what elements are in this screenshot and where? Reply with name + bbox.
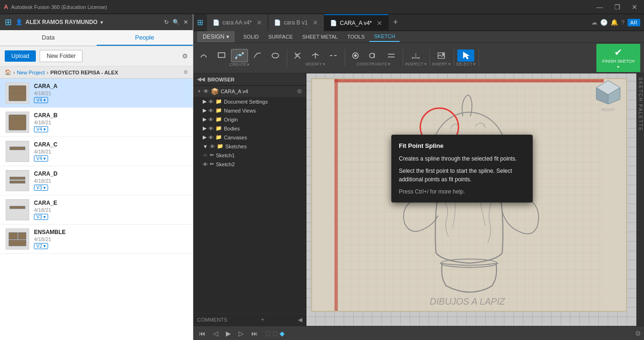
- list-item[interactable]: CARA_A 4/18/21 V4 ▾: [0, 79, 193, 108]
- frame-icon[interactable]: ⬚: [265, 330, 271, 337]
- list-item[interactable]: CARA_E 4/18/21 V3 ▾: [0, 195, 193, 225]
- last-frame-button[interactable]: ⏭: [248, 329, 261, 338]
- mode-surface[interactable]: SURFACE: [264, 32, 297, 41]
- list-item[interactable]: CARA_C 4/18/21 V4 ▾: [0, 137, 193, 166]
- refresh-icon[interactable]: ↻: [164, 19, 169, 25]
- mode-solid[interactable]: SOLID: [239, 32, 264, 41]
- mode-sheet-metal[interactable]: SHEET METAL: [297, 32, 342, 41]
- tab-people[interactable]: People: [97, 30, 193, 46]
- eye-icon[interactable]: 👁: [208, 135, 214, 140]
- close-button[interactable]: ✕: [629, 2, 640, 12]
- browser-item[interactable]: 👁 ✏ Sketch2: [193, 160, 306, 169]
- search-icon[interactable]: 🔍: [173, 19, 180, 25]
- first-frame-button[interactable]: ⏮: [196, 329, 208, 338]
- help-icon[interactable]: ?: [621, 19, 624, 26]
- prev-button[interactable]: ◁: [210, 329, 221, 338]
- list-item[interactable]: CARA_B 4/18/21 V4 ▾: [0, 108, 193, 137]
- browser-item[interactable]: ▶ 👁 📁 Document Settings: [193, 97, 306, 106]
- eye-icon[interactable]: 👁: [203, 162, 208, 167]
- tooltip-shortcut: Press Ctrl+/ for more help.: [399, 187, 525, 196]
- clock-icon[interactable]: 🕐: [600, 19, 608, 26]
- create-label[interactable]: CREATE ▾: [230, 62, 250, 67]
- eye-icon[interactable]: 👁: [210, 144, 215, 149]
- app-grid-icon[interactable]: ⊞: [193, 18, 207, 27]
- control-spline-button[interactable]: [249, 49, 266, 62]
- finish-sketch-button[interactable]: ✔ FINISH SKETCH ▾: [596, 44, 640, 72]
- orientation-cube[interactable]: [594, 78, 622, 106]
- browser-item[interactable]: ▶ 👁 📁 Canvases: [193, 133, 306, 142]
- folder-icon: 📁: [217, 143, 223, 149]
- browser-component-row[interactable]: ▼ 👁 📦 CARA_A v4 ⚙: [193, 86, 306, 97]
- coincident-button[interactable]: [347, 49, 364, 62]
- modify-label[interactable]: MODIFY ▾: [305, 62, 325, 66]
- browser-item[interactable]: ▼ 👁 📁 Sketches: [193, 142, 306, 151]
- break-tool-button[interactable]: [325, 49, 342, 62]
- tab-close-icon[interactable]: ✕: [313, 19, 318, 26]
- list-item[interactable]: CARA_D 4/18/21 V3 ▾: [0, 166, 193, 195]
- spline-tool-button[interactable]: [231, 49, 248, 62]
- bottom-bar: ⏮ ◁ ▶ ▷ ⏭ ⬚ ⬚ ◆ ⚙: [193, 326, 644, 340]
- home-icon[interactable]: 🏠: [5, 69, 11, 75]
- eye-icon[interactable]: 👁: [208, 117, 214, 122]
- bell-icon[interactable]: 🔔: [611, 19, 618, 26]
- tab-cara-b[interactable]: 📄 cara B v1 ✕: [268, 14, 324, 31]
- next-button[interactable]: ▷: [236, 329, 247, 338]
- browser-item[interactable]: ▶ 👁 📁 Origin: [193, 115, 306, 124]
- select-label[interactable]: SELECT ▾: [456, 62, 476, 66]
- design-button[interactable]: DESIGN ▾: [197, 31, 235, 42]
- collapse-icon[interactable]: ◀◀: [197, 76, 205, 82]
- tab-close-icon[interactable]: ✕: [256, 19, 262, 26]
- close-sidebar-icon[interactable]: ✕: [183, 19, 188, 25]
- eye-hidden-icon[interactable]: 👁: [203, 153, 208, 158]
- extend-tool-button[interactable]: [307, 49, 324, 62]
- trim-tool-button[interactable]: [289, 49, 306, 62]
- browser-item[interactable]: ▶ 👁 📁 Bodies: [193, 124, 306, 133]
- tab-cara-aa[interactable]: 📄 cara AA v4* ✕: [207, 14, 268, 31]
- add-comment-icon[interactable]: +: [261, 316, 264, 323]
- arc-tool-button[interactable]: [195, 49, 212, 62]
- eye-icon[interactable]: 👁: [208, 108, 214, 113]
- settings-icon2[interactable]: ⚙: [183, 69, 188, 75]
- dimension-button[interactable]: [407, 49, 424, 62]
- rectangle-tool-button[interactable]: [213, 49, 230, 62]
- tangent-button[interactable]: [365, 49, 382, 62]
- browser-item[interactable]: 👁 ✏ Sketch1: [193, 151, 306, 160]
- eye-icon[interactable]: 👁: [203, 88, 209, 95]
- breadcrumb: 🏠 › New Project › PROYECTO REPISA - ALEX…: [0, 66, 193, 79]
- diamond-icon[interactable]: ◆: [280, 330, 285, 337]
- tab-data[interactable]: Data: [0, 30, 97, 46]
- frame-icon2[interactable]: ⬚: [272, 330, 278, 337]
- conic-curve-button[interactable]: [267, 49, 284, 62]
- insert-label[interactable]: INSERT ▾: [432, 62, 451, 66]
- viewport-canvas[interactable]: DIBUJOS A LAPIZ Fit Point Spline Creates…: [306, 73, 636, 326]
- breadcrumb-separator2: ›: [47, 70, 49, 75]
- upload-button[interactable]: Upload: [5, 50, 36, 62]
- inspect-label[interactable]: INSPECT ▾: [405, 62, 427, 66]
- new-tab-button[interactable]: +: [388, 17, 403, 27]
- play-button[interactable]: ▶: [223, 329, 234, 338]
- minimize-button[interactable]: —: [594, 2, 606, 12]
- component-settings-icon[interactable]: ⚙: [297, 88, 302, 95]
- breadcrumb-new-project[interactable]: New Project: [17, 70, 45, 75]
- tab-close-icon[interactable]: ✕: [377, 19, 382, 27]
- cloud-icon[interactable]: ☁: [591, 19, 597, 26]
- breadcrumb-current: PROYECTO REPISA - ALEX: [50, 70, 118, 75]
- user-badge[interactable]: AR: [627, 19, 640, 26]
- mode-tools[interactable]: TOOLS: [342, 32, 369, 41]
- browser-item[interactable]: ▶ 👁 📁 Named Views: [193, 106, 306, 115]
- settings-bottom-icon[interactable]: ⚙: [635, 330, 641, 337]
- constraints-label[interactable]: CONSTRAINTS ▾: [356, 62, 390, 66]
- eye-icon[interactable]: 👁: [208, 126, 214, 131]
- tab-cara-a-active[interactable]: 📄 CARA_A v4* ✕: [324, 14, 388, 31]
- new-folder-button[interactable]: New Folder: [40, 50, 83, 62]
- equal-button[interactable]: [383, 49, 400, 62]
- list-item[interactable]: ENSAMBLE 4/18/21 V2 ▾: [0, 225, 193, 254]
- select-button[interactable]: [457, 49, 474, 62]
- mode-sketch[interactable]: SKETCH: [369, 32, 400, 42]
- settings-icon[interactable]: ⚙: [182, 52, 188, 60]
- insert-image-button[interactable]: [433, 49, 450, 62]
- file-date: 4/18/21: [34, 120, 187, 125]
- collapse-comments-icon[interactable]: ◀: [298, 316, 302, 323]
- eye-icon[interactable]: 👁: [208, 99, 214, 105]
- maximize-button[interactable]: ❐: [611, 2, 623, 12]
